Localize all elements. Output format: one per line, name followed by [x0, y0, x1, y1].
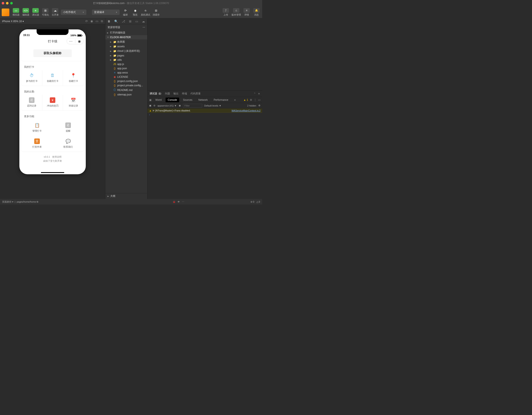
hidden-count[interactable]: 2 hidden: [247, 104, 256, 107]
project-root[interactable]: ▼CLOCK-MASTER: [105, 35, 147, 40]
close-window-button[interactable]: [2, 2, 4, 4]
tree-file[interactable]: {}project.config.json: [105, 79, 147, 83]
multi-window-icon[interactable]: ⧉: [101, 20, 103, 23]
file-icon: {}: [113, 80, 116, 83]
copy-path-icon[interactable]: ⧉: [37, 200, 38, 203]
filter-input[interactable]: [183, 104, 202, 108]
more-tabs-icon[interactable]: »: [232, 98, 238, 102]
tree-file[interactable]: {}app.json: [105, 66, 147, 70]
mode-select[interactable]: 小程序模式▼: [61, 10, 86, 15]
toggle-sidebar-icon[interactable]: ▣: [149, 104, 151, 107]
grid-cell[interactable]: 赏打赏作者: [21, 136, 53, 151]
explorer-more-icon[interactable]: ⋯: [142, 26, 145, 29]
warning-count-badge[interactable]: ▲ 1: [243, 99, 248, 101]
detail-button[interactable]: ≡详情: [243, 8, 251, 16]
grid-cell[interactable]: 📅班级记录: [63, 95, 84, 110]
visualize-button[interactable]: ⊞可视化: [41, 8, 49, 16]
context-select[interactable]: appservice (#1) ▼: [157, 104, 177, 107]
sources-tab[interactable]: Sources: [181, 98, 194, 102]
message-button[interactable]: 🔔消息: [252, 8, 260, 16]
error-count[interactable]: ⊘ 0: [250, 200, 254, 203]
compile-button[interactable]: ⟳编译: [121, 8, 129, 16]
levels-select[interactable]: Default levels ▼: [204, 104, 221, 107]
debugger-toggle[interactable]: ≡调试器: [31, 8, 39, 16]
version-button[interactable]: ⎌版本管理: [231, 8, 241, 16]
remote-debug-button[interactable]: ⎋真机调试: [141, 8, 150, 16]
performance-tab[interactable]: Performance: [211, 98, 230, 102]
record-icon[interactable]: ◉: [90, 20, 93, 23]
page-path[interactable]: pages/home/home: [17, 200, 36, 203]
search-tab-icon[interactable]: 🔍: [114, 19, 119, 23]
files-tab-icon[interactable]: 🗎: [107, 19, 111, 23]
cloud-dev-button[interactable]: ☁云开发: [51, 8, 59, 16]
log-source-link[interactable]: WAServiceMainContext.js:2: [231, 109, 260, 112]
editor-toggle[interactable]: </>编辑器: [22, 8, 30, 16]
tree-folder[interactable]: ▶📁utils: [105, 58, 147, 62]
more-icon[interactable]: ⋯: [182, 200, 184, 203]
branch-tab-icon[interactable]: ⎇: [121, 19, 126, 23]
device-info[interactable]: iPhone X 85% 16 ▾: [2, 20, 24, 23]
kebab-icon[interactable]: ⋮: [254, 99, 256, 101]
tree-file[interactable]: {}sitemap.json: [105, 92, 147, 97]
open-editors-section[interactable]: ▶打开的编辑器: [105, 30, 147, 35]
terminal-tab[interactable]: 终端: [182, 92, 187, 95]
capsule-close-button[interactable]: ◉: [75, 39, 84, 43]
cloud-tab-icon[interactable]: ☁: [141, 19, 146, 23]
refresh-icon[interactable]: ⟳: [85, 20, 88, 23]
bug-icon[interactable]: 🐞: [172, 200, 176, 203]
compile-select[interactable]: 普通编译▼: [92, 10, 120, 15]
outline-section[interactable]: ▶ 大纲: [105, 193, 147, 199]
output-tab[interactable]: 输出: [173, 92, 179, 95]
grid-cell[interactable]: ¥冲动的惩罚: [42, 95, 63, 110]
log-entry[interactable]: ▲ ▶ [NTrans][Master] nTrans diasbled. WA…: [147, 109, 262, 113]
tree-folder[interactable]: ▶📁效果图: [105, 40, 147, 44]
tree-folder[interactable]: ▶📁pages: [105, 53, 147, 58]
grid-cell[interactable]: 迟提醒: [53, 119, 84, 136]
console-tab[interactable]: Console: [166, 98, 179, 102]
panel-collapse-icon[interactable]: ⌃: [254, 92, 256, 95]
wxml-tab[interactable]: Wxml: [153, 98, 164, 102]
quality-tab[interactable]: 代码质量: [190, 92, 201, 95]
debugger-tab[interactable]: 调试器1: [150, 92, 162, 95]
warn-count[interactable]: △ 0: [256, 200, 260, 203]
tree-file[interactable]: JSapp.js: [105, 62, 147, 66]
grid-cell[interactable]: 迟迟到记录: [21, 95, 42, 110]
preview-button[interactable]: ◉预览: [131, 8, 139, 16]
grid-cell[interactable]: 📋管理打卡: [21, 119, 53, 136]
build-tab-icon[interactable]: ▭: [134, 19, 139, 23]
grid-cell[interactable]: ⏱参与的打卡: [21, 70, 42, 86]
dock-icon[interactable]: ▭: [258, 99, 260, 101]
grid-cell[interactable]: 💬联系我们: [53, 136, 84, 151]
rotate-icon[interactable]: ▭: [95, 20, 98, 23]
get-avatar-button[interactable]: 获取头像昵称: [33, 49, 72, 57]
tree-file[interactable]: ≡app.wxss: [105, 70, 147, 75]
simulator-toggle[interactable]: ▭模拟器: [12, 8, 20, 16]
minimize-window-button[interactable]: [6, 2, 9, 4]
problems-tab[interactable]: 问题: [165, 92, 170, 95]
clear-cache-button[interactable]: ⊟清缓存: [152, 8, 160, 16]
settings-gear-icon[interactable]: ⚙: [258, 104, 260, 107]
panel-close-icon[interactable]: ✕: [258, 92, 260, 95]
clear-console-icon[interactable]: ⊘: [153, 104, 155, 107]
tree-file[interactable]: ◉LICENSE: [105, 75, 147, 79]
maximize-window-button[interactable]: [10, 2, 13, 4]
folder-icon: 📁: [113, 45, 116, 48]
console-prompt[interactable]: ›: [147, 113, 262, 117]
network-tab[interactable]: Network: [196, 98, 210, 102]
settings-icon[interactable]: ⚙: [250, 99, 252, 101]
tree-file[interactable]: {}project.private.config...: [105, 83, 147, 88]
tree-folder[interactable]: ▶📁cloud | (未选择环境): [105, 49, 147, 53]
project-avatar[interactable]: [2, 9, 9, 16]
tree-file[interactable]: ⓘREADME.md: [105, 88, 147, 92]
ext-tab-icon[interactable]: ⊞: [128, 19, 132, 23]
grid-cell[interactable]: 🗓创建的打卡: [42, 70, 63, 86]
capsule-more-button[interactable]: ⋯: [67, 39, 75, 43]
upload-button[interactable]: ⤴上传: [222, 8, 230, 16]
grid-cell[interactable]: 📍创建打卡: [63, 70, 84, 86]
tree-folder[interactable]: ▶📁assets: [105, 44, 147, 49]
eye-icon[interactable]: 👁: [178, 200, 180, 203]
eye-icon[interactable]: ◉: [179, 104, 181, 107]
simulator-stage: 15:11 100% 打卡猿 ⋯ ◉ 获取头像昵称: [0, 24, 105, 199]
app-navbar: 打卡猿 ⋯ ◉: [19, 37, 86, 46]
inspect-icon[interactable]: ▣: [149, 99, 152, 101]
